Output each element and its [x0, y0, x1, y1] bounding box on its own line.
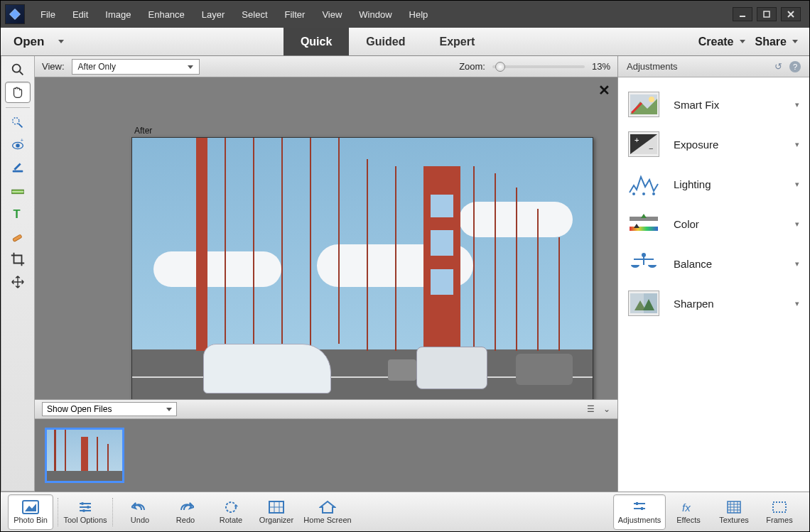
bottom-textures[interactable]: Textures: [711, 494, 757, 530]
svg-rect-57: [636, 502, 638, 505]
after-label: After: [134, 126, 152, 136]
adjustment-lighting[interactable]: Lighting▾: [618, 164, 809, 204]
tab-quick[interactable]: Quick: [284, 28, 349, 55]
tool-text[interactable]: T: [5, 203, 31, 224]
svg-point-48: [226, 502, 236, 512]
menu-bar: File Edit Image Enhance Layer Select Fil…: [1, 1, 809, 28]
menu-file[interactable]: File: [32, 5, 64, 24]
adjustment-sharpen[interactable]: Sharpen▾: [618, 283, 809, 323]
photo-bin-bar: Show Open Files ☰ ⌄: [35, 399, 617, 419]
bottom-rotate[interactable]: Rotate: [208, 494, 254, 530]
sharpen-icon: [628, 291, 659, 316]
create-button[interactable]: Create: [698, 36, 745, 48]
tool-crop[interactable]: [5, 249, 31, 270]
bin-options-icon[interactable]: ☰: [587, 404, 595, 414]
photo-thumbnail[interactable]: [45, 428, 124, 483]
svg-marker-41: [25, 504, 36, 511]
svg-rect-12: [13, 170, 23, 173]
adjustment-exposure[interactable]: +− Exposure▾: [618, 124, 809, 164]
smartfix-icon: [628, 92, 659, 117]
menu-layer[interactable]: Layer: [193, 5, 234, 24]
tool-redeye[interactable]: +: [5, 135, 31, 156]
svg-point-10: [16, 143, 20, 148]
reset-icon[interactable]: ↺: [774, 61, 782, 72]
tab-expert[interactable]: Expert: [422, 28, 492, 55]
help-icon[interactable]: ?: [789, 61, 801, 72]
svg-point-20: [649, 97, 654, 102]
bin-collapse-icon[interactable]: ⌄: [603, 404, 610, 414]
tool-zoom[interactable]: [5, 59, 31, 80]
tool-straighten[interactable]: [5, 180, 31, 202]
tool-whiten-teeth[interactable]: [5, 158, 31, 179]
svg-rect-2: [764, 11, 770, 17]
svg-line-6: [20, 72, 23, 75]
chevron-down-icon: [188, 65, 193, 69]
menu-view[interactable]: View: [313, 5, 350, 24]
menu-help[interactable]: Help: [401, 5, 437, 24]
view-dropdown[interactable]: After Only: [72, 59, 200, 75]
svg-point-5: [13, 65, 21, 72]
zoom-slider[interactable]: [492, 65, 585, 68]
svg-text:T: T: [14, 207, 21, 220]
svg-text:+: +: [21, 138, 23, 143]
close-document-button[interactable]: ✕: [598, 82, 610, 99]
bottom-adjustments[interactable]: Adjustments: [613, 494, 666, 530]
tool-quick-select[interactable]: [5, 112, 31, 134]
adjustment-balance[interactable]: Balance▾: [618, 244, 809, 283]
bottom-tool-options[interactable]: Tool Options: [63, 494, 108, 530]
menu-window[interactable]: Window: [350, 5, 400, 24]
chevron-down-icon: [740, 40, 745, 43]
tool-strip: + T: [1, 56, 35, 492]
svg-text:−: −: [649, 144, 653, 153]
svg-marker-54: [320, 501, 335, 513]
bottom-undo[interactable]: Undo: [117, 494, 163, 530]
svg-marker-32: [634, 224, 639, 228]
bottom-frames[interactable]: Frames: [757, 494, 802, 530]
bottom-home-screen[interactable]: Home Screen: [299, 494, 356, 530]
svg-point-27: [642, 192, 645, 195]
bottom-organizer[interactable]: Organizer: [254, 494, 299, 530]
svg-rect-58: [641, 507, 643, 510]
zoom-value: 13%: [592, 61, 610, 72]
lighting-icon: [628, 171, 659, 197]
document-image[interactable]: [131, 137, 593, 399]
svg-point-7: [13, 118, 19, 124]
adjustment-smartfix[interactable]: Smart Fix▾: [618, 85, 809, 124]
svg-point-26: [632, 192, 635, 195]
bottom-redo[interactable]: Redo: [163, 494, 208, 530]
open-label: Open: [14, 35, 44, 49]
open-button[interactable]: Open: [1, 28, 77, 55]
minimize-button[interactable]: [733, 7, 752, 21]
svg-line-13: [14, 164, 20, 170]
zoom-label: Zoom:: [459, 61, 485, 72]
app-icon: [5, 4, 25, 24]
adjustments-panel: Adjustments ↺ ? Smart Fix▾ +− Exposure▾ …: [617, 56, 809, 492]
menu-select[interactable]: Select: [233, 5, 276, 24]
bottom-photo-bin[interactable]: Photo Bin: [8, 494, 53, 530]
tab-guided[interactable]: Guided: [349, 28, 422, 55]
svg-point-45: [81, 502, 84, 505]
photo-bin: [35, 419, 617, 492]
menu-edit[interactable]: Edit: [64, 5, 97, 24]
bottom-bar: Photo Bin Tool Options Undo Redo Rotate …: [1, 492, 809, 531]
svg-marker-30: [641, 214, 647, 218]
balance-icon: [628, 251, 659, 276]
adjustment-color[interactable]: Color▾: [618, 204, 809, 244]
view-bar: View: After Only Zoom: 13%: [35, 56, 617, 77]
tool-move[interactable]: [5, 271, 31, 293]
menu-image[interactable]: Image: [97, 5, 139, 24]
menu-enhance[interactable]: Enhance: [140, 5, 193, 24]
photo-bin-dropdown[interactable]: Show Open Files: [42, 402, 177, 416]
panel-title: Adjustments: [627, 61, 678, 72]
bottom-effects[interactable]: fx Effects: [666, 494, 711, 530]
tool-spot-heal[interactable]: [5, 226, 31, 247]
tool-hand[interactable]: [5, 82, 31, 103]
svg-rect-61: [773, 502, 786, 512]
menu-filter[interactable]: Filter: [276, 5, 314, 24]
mode-bar: Open Quick Guided Expert Create Share: [1, 28, 809, 56]
close-button[interactable]: [781, 7, 801, 21]
canvas-area: ✕ After: [35, 77, 617, 399]
svg-point-35: [642, 253, 646, 257]
maximize-button[interactable]: [757, 7, 777, 21]
share-button[interactable]: Share: [755, 36, 798, 48]
